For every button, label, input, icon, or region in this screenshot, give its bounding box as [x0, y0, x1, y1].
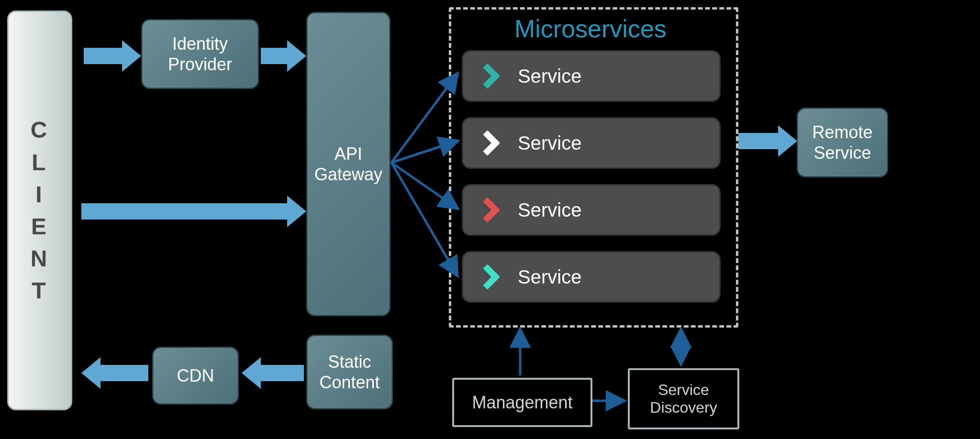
svg-line-0 — [391, 74, 457, 163]
service-row-2: Service — [462, 117, 721, 169]
client-letter: E — [31, 210, 48, 242]
client-letter: L — [32, 146, 47, 178]
client-letter: N — [31, 242, 49, 274]
static-content-label: Static Content — [319, 351, 379, 393]
service-label: Service — [518, 199, 581, 221]
remote-service-label: Remote Service — [812, 122, 872, 163]
svg-line-1 — [391, 141, 457, 163]
identity-provider-box: Identity Provider — [141, 19, 259, 89]
service-row-1: Service — [462, 50, 721, 102]
client-letter: T — [32, 274, 47, 307]
api-gateway-label: API Gateway — [314, 143, 382, 185]
microservices-title: Microservices — [514, 14, 667, 43]
service-label: Service — [518, 132, 581, 154]
svg-line-3 — [391, 163, 457, 275]
identity-provider-label: Identity Provider — [168, 33, 232, 75]
service-row-4: Service — [462, 251, 721, 303]
service-discovery-box: Service Discovery — [628, 368, 739, 429]
diagram-stage: C L I E N T Identity Provider API Gatewa… — [0, 0, 980, 439]
service-discovery-label: Service Discovery — [650, 381, 717, 417]
chevron-icon — [482, 64, 500, 88]
client-letter: I — [35, 178, 44, 210]
chevron-icon — [482, 131, 500, 155]
service-row-3: Service — [462, 184, 721, 236]
management-label: Management — [472, 393, 572, 413]
svg-line-2 — [391, 163, 457, 208]
cdn-box: CDN — [152, 347, 239, 405]
client-box: C L I E N T — [7, 11, 72, 410]
chevron-icon — [482, 264, 500, 289]
service-label: Service — [518, 266, 581, 288]
management-box: Management — [452, 378, 592, 427]
api-gateway-box: API Gateway — [306, 12, 390, 316]
service-label: Service — [518, 66, 581, 87]
chevron-icon — [482, 198, 500, 222]
remote-service-box: Remote Service — [797, 108, 888, 177]
cdn-label: CDN — [177, 365, 214, 386]
static-content-box: Static Content — [306, 335, 393, 409]
client-letter: C — [31, 114, 49, 146]
